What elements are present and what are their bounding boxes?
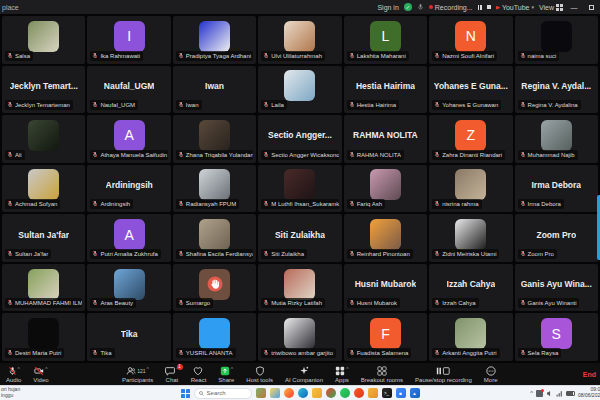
participant-tile[interactable]: Siti ZulaikhaSiti Zulaikha	[258, 214, 341, 262]
participant-tile[interactable]: Sultan Ja'farSultan Ja'far	[2, 214, 85, 262]
participant-tile[interactable]: Fariq Ash	[344, 165, 427, 213]
participant-tile[interactable]: Shafina Escila Ferdiansyah	[173, 214, 256, 262]
pause-recording-button[interactable]	[478, 5, 482, 10]
security-shield-icon[interactable]: ✓	[404, 3, 412, 11]
tray-clock[interactable]: 09:04 08/06/2025	[578, 387, 600, 399]
participant-tile[interactable]: Regina V. Aydal...Regina V. Aydalina	[515, 66, 598, 114]
browser-taskbar-icon[interactable]	[354, 388, 364, 398]
participant-tile[interactable]: Zidni Meiriska Utami	[429, 214, 512, 262]
notes-taskbar-icon[interactable]	[368, 388, 378, 398]
react-button[interactable]: React	[185, 363, 213, 385]
participant-tile[interactable]: MUHAMMAD FAHMI ILMA	[2, 264, 85, 312]
muted-mic-icon	[92, 200, 98, 208]
participant-tile[interactable]: Naufal_UGMNaufal_UGM	[87, 66, 170, 114]
apps-button[interactable]: ^Apps	[329, 363, 355, 385]
participant-tile[interactable]: Sumargo	[173, 264, 256, 312]
participant-tile[interactable]: Irma DeboraIrma Debora	[515, 165, 598, 213]
participant-tile[interactable]: nisrina rahma	[429, 165, 512, 213]
video-button[interactable]: ^Video	[27, 363, 54, 385]
participant-tile[interactable]: Ali	[2, 115, 85, 163]
participant-tile[interactable]: M Luthfi Ihsan_Sukaramki	[258, 165, 341, 213]
participant-tile[interactable]: Sectio Angger...Sectio Angger Wicaksono	[258, 115, 341, 163]
start-button[interactable]	[181, 389, 190, 398]
avatar: Z	[455, 120, 486, 151]
participant-tile[interactable]: IwanIwan	[173, 66, 256, 114]
zoom-taskbar-icon[interactable]: ■	[396, 388, 406, 398]
participant-tile[interactable]: naima suci	[515, 16, 598, 64]
audio-button[interactable]: ^Audio	[0, 363, 27, 385]
participant-tile[interactable]: ZZahra Dinanti Riandari	[429, 115, 512, 163]
chat-button[interactable]: ^Chat1	[159, 363, 184, 385]
zoom-meeting-window: place Sign in ✓ Recording... ▶ YouTube ▾…	[0, 0, 600, 400]
participant-tile[interactable]: NNazmi Soufi Alnifari	[429, 16, 512, 64]
host-tools-button[interactable]: Host tools	[240, 363, 279, 385]
terminal-taskbar-icon[interactable]: >_	[382, 388, 392, 398]
file-explorer-taskbar-icon[interactable]	[270, 388, 280, 398]
participants-button[interactable]: 121^Participants	[116, 363, 159, 385]
participant-name-label: Zoom Pro	[518, 249, 557, 259]
widgets-taskbar-icon[interactable]	[256, 388, 266, 398]
more-button[interactable]: More	[478, 363, 504, 385]
participant-tile[interactable]: Mutia Rizky Latifah	[258, 264, 341, 312]
participant-tile[interactable]: Reinhard Pinontoan	[344, 214, 427, 262]
end-meeting-button[interactable]: End	[573, 371, 600, 378]
participant-tile[interactable]: Destri Maria Putri	[2, 313, 85, 361]
participant-tile[interactable]: Ganis Ayu Wina...Ganis Ayu Winanti	[515, 264, 598, 312]
avatar-photo	[28, 21, 59, 52]
chrome-taskbar-icon[interactable]	[326, 388, 336, 398]
participant-tile[interactable]: Radiansyah FPUM	[173, 165, 256, 213]
network-icon[interactable]	[556, 390, 563, 397]
battery-icon[interactable]	[566, 391, 575, 396]
tray-chevron-icon[interactable]: ^	[530, 390, 533, 396]
participant-name-label: Siti Zulaikha	[261, 249, 307, 259]
participant-tile[interactable]: Achmad Sofyan	[2, 165, 85, 213]
participant-name-label: Ali	[5, 150, 25, 160]
participant-tile[interactable]: Salsa	[2, 16, 85, 64]
participant-tile[interactable]: APutri Amalia Zukhrufa	[87, 214, 170, 262]
firefox-taskbar-icon[interactable]	[284, 388, 294, 398]
whatsapp-taskbar-icon[interactable]	[340, 388, 350, 398]
edge-taskbar-icon[interactable]	[298, 388, 308, 398]
participant-tile[interactable]: TikaTika	[87, 313, 170, 361]
view-button[interactable]: View	[539, 4, 563, 11]
restore-button[interactable]	[585, 4, 597, 11]
tray-recording-icon[interactable]	[536, 390, 543, 397]
ai-companion-button[interactable]: AI Companion	[279, 363, 329, 385]
participant-tile[interactable]: Laila	[258, 66, 341, 114]
participant-tile[interactable]: AAthaya Manuela Saifudin	[87, 115, 170, 163]
participant-tile[interactable]: Ulvi Ulilaturrahmah	[258, 16, 341, 64]
participant-tile[interactable]: LLakshita Maharani	[344, 16, 427, 64]
participant-tile[interactable]: Hestia HairimaHestia Hairima	[344, 66, 427, 114]
weather-widget[interactable]: ori hujan inggu	[0, 387, 70, 399]
participant-tile[interactable]: Jecklyn Temart...Jecklyn Temarteman	[2, 66, 85, 114]
share-button[interactable]: ^Share	[212, 363, 240, 385]
youtube-live-button[interactable]: ▶ YouTube ▾	[496, 4, 534, 11]
photos-taskbar-icon[interactable]: ▲	[410, 388, 420, 398]
participant-tile[interactable]: Arkanti Anggita Putri	[429, 313, 512, 361]
participant-tile[interactable]: Muhammad Najib	[515, 115, 598, 163]
participant-tile[interactable]: FFuadista Salamena	[344, 313, 427, 361]
participant-tile[interactable]: Izzah CahyaIzzah Cahya	[429, 264, 512, 312]
participant-tile[interactable]: ArdiningsihArdiningsih	[87, 165, 170, 213]
participant-tile[interactable]: Aras Beauty	[87, 264, 170, 312]
participant-tile[interactable]: triwibowo ambar garjito	[258, 313, 341, 361]
participant-tile[interactable]: Yohanes E Guna...Yohanes E Gunawan	[429, 66, 512, 114]
participant-tile[interactable]: Zoom ProZoom Pro	[515, 214, 598, 262]
sign-in-button[interactable]: Sign in	[377, 4, 398, 11]
participant-tile[interactable]: SSela Raysa	[515, 313, 598, 361]
record-button[interactable]: Pause/stop recording	[409, 363, 478, 385]
minimize-button[interactable]: —	[568, 4, 580, 11]
participant-tile[interactable]: RAHMA NOLITARAHMA NOLITA	[344, 115, 427, 163]
participant-tile[interactable]: Husni MubarokHusni Mubarok	[344, 264, 427, 312]
folder-taskbar-icon[interactable]	[312, 388, 322, 398]
breakout-rooms-button[interactable]: Breakout rooms	[355, 363, 409, 385]
stop-recording-button[interactable]	[487, 5, 492, 10]
participant-tile[interactable]: Zhana Triqabila Yulandari	[173, 115, 256, 163]
volume-icon[interactable]	[546, 390, 553, 397]
mic-off-icon	[8, 366, 17, 377]
participant-tile[interactable]: IIka Rahmawati	[87, 16, 170, 64]
participant-name-label: Destri Maria Putri	[5, 348, 64, 358]
participant-tile[interactable]: YUSRIL ANANTA	[173, 313, 256, 361]
search-input[interactable]: Search	[194, 388, 252, 399]
participant-tile[interactable]: Pradiptya Tyaga Ardhani	[173, 16, 256, 64]
